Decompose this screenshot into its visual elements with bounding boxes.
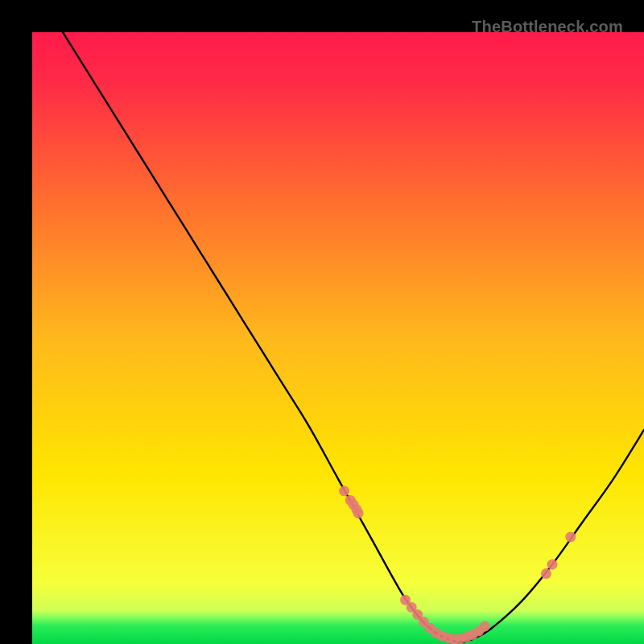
watermark-text: TheBottleneck.com	[472, 18, 623, 36]
sample-point	[353, 508, 364, 518]
chart-frame: TheBottleneck.com	[16, 16, 628, 628]
sample-point	[547, 559, 558, 570]
bottleneck-chart	[32, 32, 644, 644]
sample-point	[339, 486, 349, 497]
sample-point	[480, 621, 490, 632]
heat-background	[32, 32, 644, 644]
sample-point	[565, 532, 576, 543]
sample-point	[541, 568, 551, 579]
